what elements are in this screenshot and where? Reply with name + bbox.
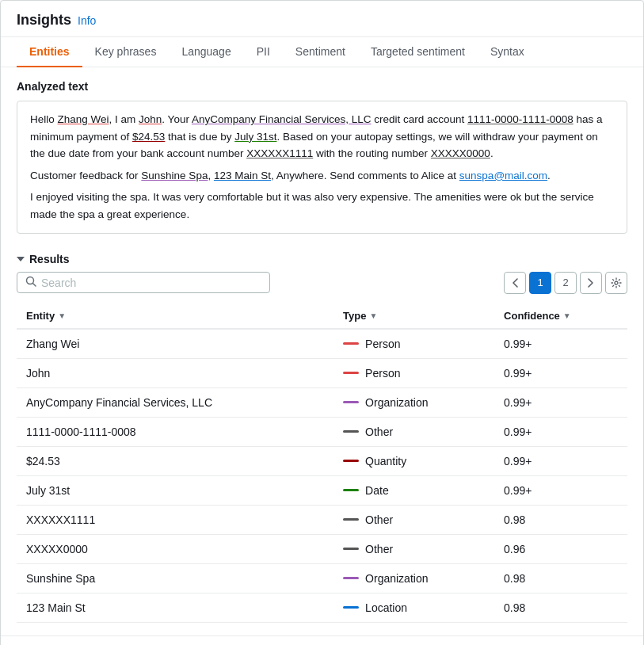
type-label: Organization <box>365 396 428 409</box>
type-color-indicator <box>343 372 359 374</box>
prev-page-button[interactable] <box>504 272 526 294</box>
table-row: Sunshine SpaOrganization0.98 <box>17 563 627 593</box>
entity-account-number: 1111-0000-1111-0008 <box>467 113 574 125</box>
cell-type: Other <box>333 417 494 446</box>
cell-entity: 123 Main St <box>17 593 333 622</box>
table-row: 1111-0000-1111-0008Other0.99+ <box>17 417 627 446</box>
analyzed-text-p3: I enjoyed visiting the spa. It was very … <box>30 189 614 223</box>
cell-type: Other <box>333 534 494 563</box>
type-label: Quantity <box>365 455 406 468</box>
chevron-down-icon <box>17 257 25 261</box>
type-color-indicator <box>343 342 359 345</box>
entity-amount: $24.53 <box>132 131 165 143</box>
table-toolbar: 1 2 <box>17 272 627 294</box>
page-2-button[interactable]: 2 <box>554 272 577 294</box>
analyzed-text-p2: Customer feedback for Sunshine Spa, 123 … <box>30 167 614 185</box>
type-label: Other <box>365 543 393 555</box>
table-row: XXXXX0000Other0.96 <box>17 534 627 563</box>
col-header-entity: Entity ▼ <box>17 303 333 329</box>
cell-confidence: 0.99+ <box>494 417 627 446</box>
entity-zhang-wei: Zhang Wei <box>58 113 109 125</box>
cell-confidence: 0.99+ <box>494 475 627 505</box>
cell-type: Person <box>333 358 494 387</box>
settings-button[interactable] <box>605 272 627 294</box>
search-box <box>17 272 270 293</box>
cell-entity: AnyCompany Financial Services, LLC <box>17 387 333 417</box>
header: Insights Info <box>1 1 643 37</box>
table-row: 123 Main StLocation0.98 <box>17 593 627 622</box>
cell-type: Quantity <box>333 446 494 475</box>
tab-targeted-sentiment[interactable]: Targeted sentiment <box>358 37 478 67</box>
pagination: 1 2 <box>504 272 627 294</box>
results-section: Results 1 2 <box>1 246 643 635</box>
cell-confidence: 0.98 <box>494 593 627 622</box>
type-color-indicator <box>343 401 359 403</box>
confidence-filter-icon[interactable]: ▼ <box>563 311 571 320</box>
type-color-indicator <box>343 518 359 521</box>
results-table: Entity ▼ Type ▼ Confidence ▼ <box>17 303 627 623</box>
tab-syntax[interactable]: Syntax <box>478 37 537 67</box>
table-row: AnyCompany Financial Services, LLCOrgani… <box>17 387 627 417</box>
cell-entity: John <box>17 358 333 387</box>
tab-pii[interactable]: PII <box>244 37 283 67</box>
page-title: Insights <box>17 12 71 29</box>
cell-confidence: 0.99+ <box>494 387 627 417</box>
table-row: July 31stDate0.99+ <box>17 475 627 505</box>
cell-confidence: 0.99+ <box>494 329 627 359</box>
tab-entities[interactable]: Entities <box>17 37 82 67</box>
tab-sentiment[interactable]: Sentiment <box>283 37 358 67</box>
cell-type: Date <box>333 475 494 505</box>
tab-language[interactable]: Language <box>169 37 243 67</box>
entity-routing: XXXXX0000 <box>431 147 490 159</box>
page-container: Insights Info Entities Key phrases Langu… <box>0 0 644 645</box>
svg-line-1 <box>33 284 36 287</box>
table-header-row: Entity ▼ Type ▼ Confidence ▼ <box>17 303 627 329</box>
table-row: JohnPerson0.99+ <box>17 358 627 387</box>
table-row: XXXXXX1111Other0.98 <box>17 505 627 534</box>
svg-point-2 <box>615 281 618 284</box>
cell-entity: XXXXXX1111 <box>17 505 333 534</box>
cell-confidence: 0.98 <box>494 505 627 534</box>
results-label: Results <box>29 253 70 265</box>
col-header-confidence: Confidence ▼ <box>494 303 627 329</box>
entity-bank-account: XXXXXX1111 <box>246 147 313 159</box>
cell-entity: XXXXX0000 <box>17 534 333 563</box>
cell-confidence: 0.99+ <box>494 358 627 387</box>
entity-anycompany: AnyCompany Financial Services, LLC <box>192 113 372 125</box>
entity-date: July 31st <box>234 131 276 143</box>
type-label: Date <box>365 484 389 497</box>
info-link[interactable]: Info <box>78 14 96 27</box>
type-label: Other <box>365 513 393 526</box>
analyzed-text-section: Analyzed text Hello Zhang Wei, I am John… <box>1 67 643 246</box>
cell-entity: Zhang Wei <box>17 329 333 359</box>
type-label: Person <box>365 367 400 380</box>
type-color-indicator <box>343 577 359 579</box>
cell-type: Organization <box>333 563 494 593</box>
col-header-type: Type ▼ <box>333 303 494 329</box>
type-label: Organization <box>365 572 428 585</box>
app-integration-section: Application integration <box>1 635 643 645</box>
type-color-indicator <box>343 489 359 491</box>
entity-address: 123 Main St <box>214 170 271 181</box>
cell-entity: 1111-0000-1111-0008 <box>17 417 333 446</box>
analyzed-text-box: Hello Zhang Wei, I am John. Your AnyComp… <box>17 101 627 234</box>
page-1-button[interactable]: 1 <box>529 272 551 294</box>
tab-key-phrases[interactable]: Key phrases <box>82 37 170 67</box>
cell-confidence: 0.96 <box>494 534 627 563</box>
results-header[interactable]: Results <box>17 246 627 272</box>
type-color-indicator <box>343 460 359 462</box>
cell-type: Other <box>333 505 494 534</box>
entity-sunshine-spa: Sunshine Spa <box>141 170 208 181</box>
search-input[interactable] <box>41 277 261 289</box>
table-row: Zhang WeiPerson0.99+ <box>17 329 627 359</box>
next-page-button[interactable] <box>580 272 602 294</box>
search-icon <box>25 276 36 289</box>
cell-type: Location <box>333 593 494 622</box>
tabs-bar: Entities Key phrases Language PII Sentim… <box>1 37 643 67</box>
cell-entity: Sunshine Spa <box>17 563 333 593</box>
entity-filter-icon[interactable]: ▼ <box>58 311 66 320</box>
entity-email: sunspa@mail.com <box>459 170 547 181</box>
type-filter-icon[interactable]: ▼ <box>369 311 377 320</box>
cell-entity: July 31st <box>17 475 333 505</box>
cell-type: Organization <box>333 387 494 417</box>
